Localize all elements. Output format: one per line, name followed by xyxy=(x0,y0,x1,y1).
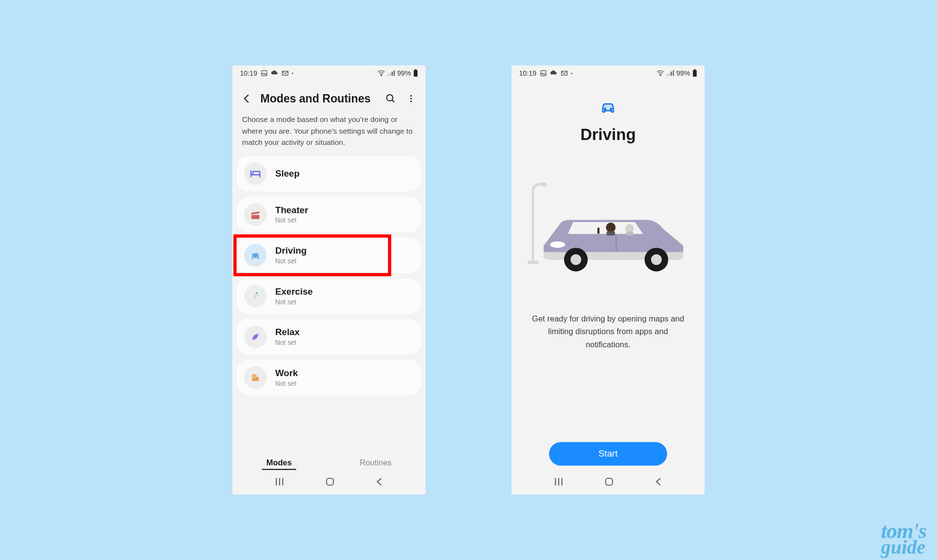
nav-home-button[interactable] xyxy=(604,477,614,489)
svg-point-46 xyxy=(550,241,565,248)
svg-point-43 xyxy=(625,224,634,233)
svg-rect-17 xyxy=(252,375,256,381)
status-time: 10:19 xyxy=(240,69,257,77)
svg-rect-27 xyxy=(541,70,546,76)
battery-icon xyxy=(693,69,697,77)
start-button[interactable]: Start xyxy=(549,442,667,465)
mode-item-relax[interactable]: Relax Not set xyxy=(237,319,421,355)
svg-rect-21 xyxy=(253,377,254,378)
back-button[interactable] xyxy=(240,91,254,106)
status-dot-icon: • xyxy=(571,70,573,76)
svg-point-51 xyxy=(651,254,662,265)
mode-item-theater[interactable]: Theater Not set xyxy=(237,197,421,233)
svg-rect-26 xyxy=(326,479,333,485)
svg-point-13 xyxy=(410,100,412,102)
mode-item-work[interactable]: Work Not set xyxy=(237,360,421,396)
mode-label: Exercise xyxy=(275,286,313,297)
driving-title: Driving xyxy=(580,125,636,143)
svg-rect-34 xyxy=(694,69,696,70)
svg-rect-32 xyxy=(671,72,672,76)
tab-modes[interactable]: Modes xyxy=(262,456,296,470)
svg-line-10 xyxy=(392,100,394,102)
driving-illustration xyxy=(522,176,694,278)
nav-back-button[interactable] xyxy=(654,477,663,489)
cloud-icon xyxy=(271,70,278,76)
nav-back-button[interactable] xyxy=(375,477,384,489)
watermark: tom's guide xyxy=(881,522,926,555)
mode-sub: Not set xyxy=(275,380,298,387)
search-button[interactable] xyxy=(384,91,398,106)
nav-recents-button[interactable] xyxy=(553,477,564,489)
mode-item-sleep[interactable]: Sleep xyxy=(237,156,421,192)
svg-point-41 xyxy=(606,222,616,232)
svg-point-39 xyxy=(540,182,547,187)
status-time: 10:19 xyxy=(519,69,536,77)
mode-label: Work xyxy=(275,368,298,379)
svg-rect-3 xyxy=(387,74,389,76)
cloud-icon xyxy=(550,70,557,76)
svg-rect-35 xyxy=(693,70,697,77)
svg-rect-38 xyxy=(532,192,534,262)
image-icon xyxy=(540,69,547,76)
svg-rect-4 xyxy=(389,73,391,76)
svg-rect-28 xyxy=(561,71,567,75)
svg-rect-42 xyxy=(607,231,615,236)
gmail-icon xyxy=(561,70,568,76)
mode-label: Relax xyxy=(275,327,300,338)
svg-rect-19 xyxy=(253,376,254,377)
signal-icon xyxy=(667,70,674,76)
svg-point-14 xyxy=(253,256,254,257)
navigation-bar xyxy=(232,473,426,495)
mode-sub: Not set xyxy=(275,217,308,224)
mode-label: Theater xyxy=(275,205,308,216)
mode-item-driving[interactable]: Driving Not set xyxy=(237,238,421,273)
nav-home-button[interactable] xyxy=(325,477,335,489)
signal-icon xyxy=(387,70,395,76)
status-dot-icon: • xyxy=(292,70,294,76)
wifi-icon xyxy=(377,70,386,76)
header: Modes and Routines xyxy=(232,80,426,112)
status-bar: 10:19 • 99% xyxy=(232,65,426,80)
mode-sub: Not set xyxy=(275,339,300,346)
clapperboard-icon xyxy=(244,203,266,226)
mode-item-exercise[interactable]: Exercise Not set xyxy=(237,279,421,314)
svg-point-9 xyxy=(387,95,393,101)
svg-rect-0 xyxy=(262,70,267,76)
phone-screen-modes-list: 10:19 • 99% xyxy=(232,65,426,495)
phone-screen-driving-setup: 10:19 • 99% xyxy=(511,65,705,495)
svg-point-29 xyxy=(660,75,661,76)
bottom-tabs: Modes Routines xyxy=(232,450,426,473)
svg-point-16 xyxy=(256,292,258,294)
svg-rect-33 xyxy=(673,70,674,76)
svg-rect-40 xyxy=(528,260,538,264)
svg-rect-6 xyxy=(394,70,395,76)
car-icon xyxy=(600,100,616,116)
wifi-icon xyxy=(656,70,665,76)
svg-rect-45 xyxy=(597,227,599,234)
image-icon xyxy=(261,69,267,76)
running-icon xyxy=(244,285,266,307)
mode-label: Driving xyxy=(275,246,306,257)
svg-rect-20 xyxy=(255,376,256,377)
svg-rect-30 xyxy=(667,74,668,76)
leaf-icon xyxy=(244,326,266,348)
svg-rect-18 xyxy=(256,377,259,381)
svg-rect-7 xyxy=(415,69,417,70)
mode-sub: Not set xyxy=(275,258,306,265)
watermark-line2: guide xyxy=(881,540,926,555)
svg-rect-55 xyxy=(606,479,612,485)
svg-rect-31 xyxy=(669,73,670,76)
gmail-icon xyxy=(282,70,288,76)
page-subtitle: Choose a mode based on what you're doing… xyxy=(232,112,426,156)
nav-recents-button[interactable] xyxy=(274,477,285,489)
tab-routines[interactable]: Routines xyxy=(355,456,396,470)
svg-point-2 xyxy=(381,75,382,76)
more-button[interactable] xyxy=(404,91,418,106)
battery-icon xyxy=(413,69,418,77)
car-icon xyxy=(244,244,266,266)
mode-label: Sleep xyxy=(275,168,300,179)
svg-rect-5 xyxy=(391,72,393,76)
svg-point-36 xyxy=(604,108,606,110)
modes-list: Sleep Theater Not set Driving xyxy=(232,156,426,396)
status-battery-pct: 99% xyxy=(397,69,411,77)
